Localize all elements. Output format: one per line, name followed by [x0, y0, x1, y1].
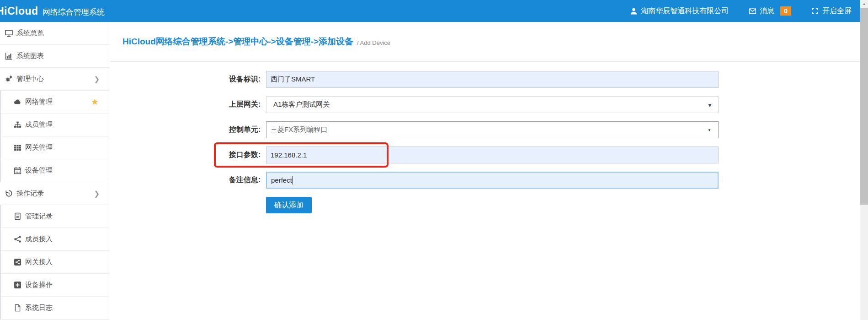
sidebar-item-management-center[interactable]: 管理中心 ❯ — [0, 68, 109, 91]
sidebar-item-label: 管理记录 — [25, 212, 53, 221]
sidebar-item-system-log[interactable]: 系统日志 — [1, 297, 109, 320]
messages-count-badge: 0 — [780, 6, 791, 16]
sidebar-item-label: 设备操作 — [25, 281, 53, 289]
star-icon: ★ — [91, 97, 99, 107]
sidebar-item-label: 设备管理 — [25, 166, 53, 175]
sidebar-nav: 系统总览 系统图表 管理中心 ❯ 网络管理 ★ 成员管理 — [0, 22, 109, 320]
sidebar-item-operation-records[interactable]: 操作记录 ❯ — [0, 182, 109, 205]
control-unit-value: 三菱FX系列编程口 — [271, 125, 327, 134]
interface-params-value: 192.168.2.1 — [271, 151, 307, 159]
sidebar-item-device-management[interactable]: 设备管理 — [1, 159, 109, 182]
device-id-value: 西门子SMART — [271, 75, 315, 84]
desktop-icon — [5, 29, 13, 37]
caret-down-icon: ▼ — [708, 128, 711, 132]
sidebar-item-member-access[interactable]: 成员接入 — [1, 228, 109, 251]
add-device-form: 设备标识: 西门子SMART 上层网关: A1栋客户测试网关 ▼ 控制单元: 三… — [110, 62, 860, 213]
chevron-right-icon: ❯ — [94, 190, 100, 198]
sidebar-item-system-charts[interactable]: 系统图表 — [0, 45, 109, 68]
sidebar-item-label: 成员接入 — [25, 235, 53, 244]
caret-down-icon: ▼ — [707, 102, 713, 108]
remark-row: 备注信息: perfect — [110, 172, 860, 189]
control-unit-select[interactable]: 三菱FX系列编程口 ▼ — [266, 121, 719, 138]
confirm-add-button[interactable]: 确认添加 — [266, 197, 312, 213]
interface-params-label: 接口参数: — [110, 150, 266, 160]
share-icon — [14, 235, 21, 243]
scrollbar-thumb[interactable] — [860, 8, 868, 205]
breadcrumb-suffix: / Add Device — [357, 37, 390, 46]
cloud-icon — [14, 98, 21, 106]
sidebar-item-label: 管理中心 — [16, 75, 44, 83]
remark-value: perfect — [271, 176, 292, 184]
gears-icon — [5, 75, 13, 83]
sidebar-item-label: 系统图表 — [16, 52, 44, 60]
sidebar-item-label: 系统总览 — [16, 29, 44, 38]
gateway-label: 上层网关: — [110, 100, 266, 109]
brand-logo: HiCloud 网络综合管理系统 — [0, 5, 105, 17]
brand-subtitle: 网络综合管理系统 — [43, 7, 105, 17]
sidebar-item-label: 系统日志 — [25, 304, 53, 312]
sidebar-item-management-records[interactable]: 管理记录 — [1, 205, 109, 228]
operation-records-submenu: 管理记录 成员接入 网关接入 设备操作 系统日志 — [0, 205, 109, 320]
sidebar-item-gateway-access[interactable]: 网关接入 — [1, 251, 109, 274]
device-id-label: 设备标识: — [110, 75, 266, 84]
sidebar-item-label: 网关接入 — [25, 258, 53, 266]
control-unit-label: 控制单元: — [110, 125, 266, 135]
top-header: HiCloud 网络综合管理系统 湖南华辰智通科技有限公司 消息 0 开启全屏 — [0, 0, 868, 22]
interface-params-row: 接口参数: 192.168.2.1 — [110, 146, 860, 163]
expand-icon — [811, 7, 819, 15]
company-name: 湖南华辰智通科技有限公司 — [641, 6, 729, 16]
remark-input[interactable]: perfect — [266, 172, 719, 189]
sidebar-item-label: 成员管理 — [25, 120, 53, 129]
text-cursor — [293, 176, 293, 184]
fullscreen-button[interactable]: 开启全屏 — [811, 6, 852, 16]
messages-menu[interactable]: 消息 0 — [749, 6, 791, 16]
device-id-input[interactable]: 西门子SMART — [266, 71, 719, 88]
main-content: HiCloud网络综合管理系统->管理中心->设备管理->添加设备 / Add … — [110, 22, 860, 320]
brand-name: HiCloud — [0, 5, 38, 17]
gateway-select[interactable]: A1栋客户测试网关 ▼ — [266, 96, 719, 113]
document-icon — [14, 212, 21, 220]
management-center-submenu: 网络管理 ★ 成员管理 网关管理 设备管理 — [0, 91, 109, 182]
sidebar-item-label: 网络管理 — [25, 98, 53, 106]
gateway-row: 上层网关: A1栋客户测试网关 ▼ — [110, 96, 860, 113]
user-icon — [630, 7, 638, 15]
history-icon — [5, 190, 13, 197]
company-menu[interactable]: 湖南华辰智通科技有限公司 — [630, 6, 729, 16]
interface-params-input[interactable]: 192.168.2.1 — [266, 146, 719, 163]
device-id-row: 设备标识: 西门子SMART — [110, 71, 860, 88]
sidebar-item-gateway-management[interactable]: 网关管理 — [1, 136, 109, 159]
chevron-right-icon: ❯ — [94, 75, 100, 83]
sidebar-item-member-management[interactable]: 成员管理 — [1, 114, 109, 136]
envelope-icon — [749, 7, 756, 15]
sidebar-item-label: 网关管理 — [25, 143, 53, 152]
sidebar-item-system-overview[interactable]: 系统总览 — [0, 22, 109, 45]
breadcrumb: HiCloud网络综合管理系统->管理中心->设备管理->添加设备 / Add … — [110, 22, 860, 62]
file-icon — [14, 304, 21, 312]
sidebar-item-label: 操作记录 — [16, 189, 44, 198]
messages-label: 消息 — [760, 6, 774, 16]
remark-label: 备注信息: — [110, 175, 266, 185]
plus-square-icon — [14, 281, 21, 289]
fullscreen-label: 开启全屏 — [822, 6, 852, 16]
control-unit-row: 控制单元: 三菱FX系列编程口 ▼ — [110, 121, 860, 138]
scrollbar-up-arrow-icon[interactable]: ▲ — [860, 0, 868, 8]
breadcrumb-path: HiCloud网络综合管理系统->管理中心->设备管理->添加设备 — [122, 36, 353, 48]
share-square-icon — [14, 258, 21, 266]
gateway-value: A1栋客户测试网关 — [273, 100, 330, 109]
submit-row: 确认添加 — [110, 197, 860, 213]
window-scrollbar[interactable]: ▲ — [860, 0, 868, 320]
sidebar-item-device-operation[interactable]: 设备操作 — [1, 274, 109, 297]
calendar-icon — [14, 167, 21, 174]
bar-chart-icon — [5, 52, 13, 60]
sitemap-icon — [14, 121, 21, 129]
sidebar-item-network-management[interactable]: 网络管理 ★ — [1, 91, 109, 114]
grid-icon — [14, 144, 21, 152]
